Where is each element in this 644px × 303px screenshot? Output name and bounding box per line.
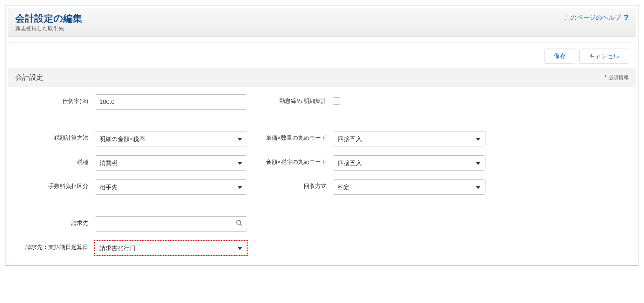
window-frame: 会計設定の編集 新規登録した取引先 このページのヘルプ ? 保存 キャンセル 会… <box>5 5 639 266</box>
required-star-icon: * <box>605 75 607 80</box>
input-billing-dest[interactable] <box>95 216 247 232</box>
label-partition-rate: 仕切率(%) <box>15 94 88 105</box>
page-title: 会計設定の編集 <box>15 13 82 24</box>
label-billing-due-basis: 請求先：支払期日起算日 <box>15 240 88 251</box>
cell-billing-dest <box>95 216 247 232</box>
button-row: 保存 キャンセル <box>8 43 636 66</box>
label-tax-calc-method: 税額計算方法 <box>15 131 88 142</box>
cell-fee-burden: 相手先 <box>95 179 247 195</box>
save-button[interactable]: 保存 <box>545 49 575 64</box>
section-title: 会計設定 <box>15 73 43 82</box>
select-tax-calc-method[interactable]: 明細の金額×税率 <box>95 131 247 146</box>
label-attendance-summary: 勤怠締め:明細集計 <box>254 94 327 105</box>
cell-unit-qty-round: 四捨五入 <box>333 131 485 146</box>
select-fee-burden[interactable]: 相手先 <box>95 179 247 195</box>
cell-partition-rate <box>95 94 247 110</box>
select-billing-due-basis[interactable]: 請求書発行日 <box>95 240 247 256</box>
svg-line-1 <box>240 224 242 226</box>
checkbox-attendance-summary[interactable] <box>333 98 340 104</box>
search-icon[interactable] <box>236 219 243 228</box>
cell-billing-due-basis: 請求書発行日 <box>95 240 247 256</box>
label-billing-dest: 請求先 <box>15 216 88 227</box>
help-icon: ? <box>624 13 629 23</box>
label-unit-qty-round: 単価×数量の丸めモード <box>254 131 327 142</box>
cell-tax-type: 消費税 <box>95 155 247 171</box>
page-header: 会計設定の編集 新規登録した取引先 このページのヘルプ ? <box>8 8 636 37</box>
cell-tax-calc-method: 明細の金額×税率 <box>95 131 247 146</box>
input-partition-rate[interactable] <box>95 94 247 110</box>
cancel-button[interactable]: キャンセル <box>580 49 628 64</box>
row-spacer <box>15 118 485 122</box>
page-subtitle: 新規登録した取引先 <box>15 25 82 32</box>
label-fee-burden: 手数料負担区分 <box>15 179 88 190</box>
header-left: 会計設定の編集 新規登録した取引先 <box>15 13 82 32</box>
section-header: 会計設定 *必須情報 <box>8 68 636 87</box>
help-link-text: このページのヘルプ <box>564 13 621 22</box>
form-area: 仕切率(%) 勤怠締め:明細集計 税額計算方法 明細の金額×税率 単価×数 <box>8 87 636 256</box>
content-panel: 保存 キャンセル 会計設定 *必須情報 仕切率(%) 勤怠締め:明細集計 <box>8 43 636 262</box>
select-unit-qty-round[interactable]: 四捨五入 <box>333 131 485 146</box>
select-amount-rate-round[interactable]: 四捨五入 <box>333 155 485 171</box>
required-text: 必須情報 <box>608 75 629 80</box>
form-grid: 仕切率(%) 勤怠締め:明細集計 税額計算方法 明細の金額×税率 単価×数 <box>15 94 629 256</box>
cell-amount-rate-round: 四捨五入 <box>333 155 485 171</box>
label-collection-method: 回収方式 <box>254 179 327 190</box>
label-tax-type: 税種 <box>15 155 88 166</box>
select-tax-type[interactable]: 消費税 <box>95 155 247 171</box>
required-note: *必須情報 <box>605 74 629 81</box>
row-spacer-2 <box>15 204 485 207</box>
label-amount-rate-round: 金額×税率の丸めモード <box>254 155 327 166</box>
svg-point-0 <box>237 220 241 225</box>
cell-collection-method: 約定 <box>333 179 485 195</box>
select-collection-method[interactable]: 約定 <box>333 179 485 195</box>
cell-attendance-summary <box>333 94 485 106</box>
help-link[interactable]: このページのヘルプ ? <box>564 13 629 23</box>
